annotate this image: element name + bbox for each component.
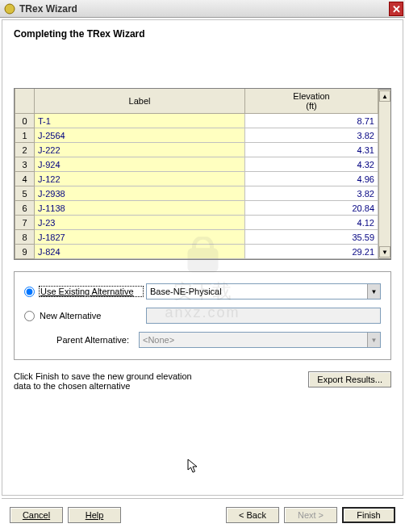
wizard-content: Completing the TRex Wizard Label Elevati… — [2, 19, 403, 496]
new-alternative-radio[interactable] — [24, 311, 35, 321]
label-cell[interactable]: J-1827 — [35, 230, 245, 245]
use-existing-row: Use Existing Alternative Base-NE-Physica… — [24, 283, 381, 300]
elevation-cell[interactable]: 20.84 — [245, 201, 378, 216]
row-index[interactable]: 8 — [15, 230, 35, 245]
existing-alternative-select[interactable]: Base-NE-Physical ▼ — [146, 283, 381, 300]
new-alternative-input — [146, 308, 381, 324]
label-cell[interactable]: J-1138 — [35, 201, 245, 216]
row-index[interactable]: 9 — [15, 245, 35, 259]
results-table-area: Label Elevation (ft) 0T-18.711J-25643.82… — [14, 88, 391, 260]
scroll-down-button[interactable]: ▼ — [379, 246, 390, 258]
label-cell[interactable]: J-2938 — [35, 186, 245, 201]
svg-point-0 — [5, 4, 15, 14]
elevation-cell[interactable]: 4.96 — [245, 172, 378, 186]
row-index[interactable]: 2 — [15, 143, 35, 157]
table-row[interactable]: 8J-182735.59 — [15, 230, 378, 245]
label-cell[interactable]: J-222 — [35, 143, 245, 157]
titlebar: TRex Wizard ✕ — [0, 0, 405, 18]
row-index[interactable]: 6 — [15, 201, 35, 216]
vertical-scrollbar[interactable]: ▲ ▼ — [378, 89, 391, 259]
parent-alternative-select: <None> ▼ — [139, 332, 381, 348]
table-row[interactable]: 0T-18.71 — [15, 114, 378, 128]
back-button[interactable]: < Back — [226, 507, 279, 523]
elevation-header[interactable]: Elevation (ft) — [245, 89, 378, 114]
use-existing-radio[interactable] — [24, 287, 35, 297]
chevron-down-icon: ▼ — [367, 284, 380, 299]
label-cell[interactable]: J-824 — [35, 245, 245, 259]
wizard-button-bar: Cancel Help < Back Next > Finish — [2, 498, 403, 530]
elevation-cell[interactable]: 8.71 — [245, 114, 378, 128]
row-index[interactable]: 0 — [15, 114, 35, 128]
elevation-cell[interactable]: 4.31 — [245, 143, 378, 157]
help-button[interactable]: Help — [68, 507, 121, 523]
elevation-cell[interactable]: 29.21 — [245, 245, 378, 259]
label-cell[interactable]: T-1 — [35, 114, 245, 128]
results-table: Label Elevation (ft) 0T-18.711J-25643.82… — [15, 89, 378, 259]
hint-row: Click Finish to save the new ground elev… — [14, 371, 391, 391]
export-results-button[interactable]: Export Results... — [308, 371, 391, 387]
page-heading: Completing the TRex Wizard — [14, 28, 391, 40]
chevron-down-icon: ▼ — [367, 333, 380, 347]
row-index[interactable]: 1 — [15, 128, 35, 143]
table-row[interactable]: 9J-82429.21 — [15, 245, 378, 259]
row-index[interactable]: 3 — [15, 157, 35, 172]
label-cell[interactable]: J-122 — [35, 172, 245, 186]
row-index[interactable]: 7 — [15, 216, 35, 230]
new-alternative-label[interactable]: New Alternative — [40, 311, 143, 320]
table-row[interactable]: 4J-1224.96 — [15, 172, 378, 186]
elevation-cell[interactable]: 3.82 — [245, 128, 378, 143]
elevation-cell[interactable]: 3.82 — [245, 186, 378, 201]
parent-alternative-row: Parent Alternative: <None> ▼ — [24, 332, 381, 348]
use-existing-label[interactable]: Use Existing Alternative — [40, 287, 143, 296]
window-title: TRex Wizard — [19, 3, 77, 15]
app-icon — [3, 2, 16, 15]
label-header[interactable]: Label — [35, 89, 245, 114]
cancel-button[interactable]: Cancel — [10, 507, 63, 523]
elevation-cell[interactable]: 35.59 — [245, 230, 378, 245]
scroll-up-button[interactable]: ▲ — [379, 90, 390, 102]
table-row[interactable]: 3J-9244.32 — [15, 157, 378, 172]
row-header-col — [15, 89, 35, 114]
alternative-group: Use Existing Alternative Base-NE-Physica… — [14, 271, 391, 360]
table-row[interactable]: 6J-113820.84 — [15, 201, 378, 216]
label-cell[interactable]: J-2564 — [35, 128, 245, 143]
parent-alternative-label: Parent Alternative: — [24, 335, 136, 345]
next-button: Next > — [284, 507, 337, 523]
elevation-cell[interactable]: 4.32 — [245, 157, 378, 172]
parent-alternative-value: <None> — [143, 335, 174, 345]
table-row[interactable]: 1J-25643.82 — [15, 128, 378, 143]
new-alternative-row: New Alternative — [24, 308, 381, 324]
table-row[interactable]: 2J-2224.31 — [15, 143, 378, 157]
table-row[interactable]: 7J-234.12 — [15, 216, 378, 230]
finish-button[interactable]: Finish — [342, 507, 395, 523]
hint-text: Click Finish to save the new ground elev… — [14, 371, 207, 391]
row-index[interactable]: 4 — [15, 172, 35, 186]
existing-alternative-value: Base-NE-Physical — [150, 287, 222, 296]
label-cell[interactable]: J-924 — [35, 157, 245, 172]
row-index[interactable]: 5 — [15, 186, 35, 201]
label-cell[interactable]: J-23 — [35, 216, 245, 230]
elevation-cell[interactable]: 4.12 — [245, 216, 378, 230]
close-button[interactable]: ✕ — [389, 2, 403, 16]
table-row[interactable]: 5J-29383.82 — [15, 186, 378, 201]
